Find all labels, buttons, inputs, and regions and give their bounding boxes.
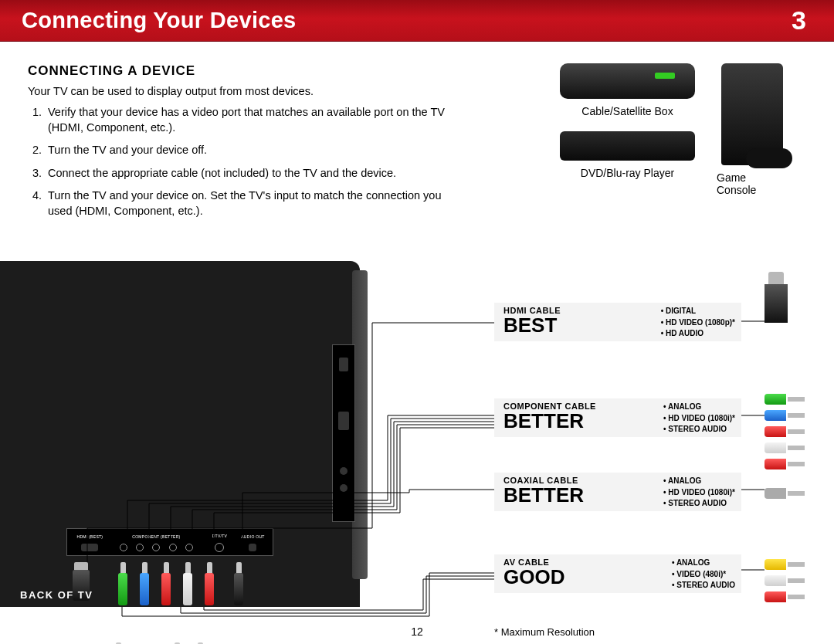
hdmi-port-icon <box>81 544 98 551</box>
step-item: Connect the appropriate cable (not inclu… <box>45 166 456 181</box>
setup-steps-list: Verify that your device has a video port… <box>28 105 456 219</box>
port-label: COMPONENT (BETTER) <box>111 534 202 539</box>
step-item: Turn the TV and your device on. Set the … <box>45 188 456 219</box>
port-label: HDMI (BEST) <box>72 534 108 539</box>
bluray-illustration <box>560 131 695 161</box>
cable-row-hdmi: HDMI CABLE BEST DIGITAL HD VIDEO (1080p)… <box>494 303 741 341</box>
coax-port-icon <box>215 543 224 552</box>
tv-bottom-port-panel: HDMI (BEST) COMPONENT (BETTER) DTV/TV AU… <box>66 528 273 556</box>
hdmi-plug-icon <box>76 562 86 608</box>
rca-plug-green-icon <box>117 562 128 608</box>
device-label: DVD/Blu-ray Player <box>560 167 695 179</box>
rca-plug-red-icon <box>204 562 215 608</box>
cable-specs: ANALOG HD VIDEO (1080i)* STEREO AUDIO <box>663 476 735 510</box>
back-of-tv-label: BACK OF TV <box>20 589 93 601</box>
step-item: Verify that your device has a video port… <box>45 105 456 135</box>
av-connectors-icon <box>764 558 811 606</box>
cable-specs: DIGITAL HD VIDEO (1080p)* HD AUDIO <box>661 306 735 340</box>
console-illustration <box>721 63 783 165</box>
resolution-footnote: * Maximum Resolution <box>494 626 595 638</box>
cable-row-av: AV CABLE GOOD ANALOG VIDEO (480i)* STERE… <box>494 554 741 593</box>
tv-side-port-panel <box>332 344 355 522</box>
chapter-number: 3 <box>792 5 806 36</box>
chapter-title: Connecting Your Devices <box>22 8 297 33</box>
cable-box-illustration <box>560 63 695 99</box>
port-label: AUDIO OUT <box>238 534 268 539</box>
coax-plug-icon <box>233 562 244 608</box>
cable-row-component: COMPONENT CABLE BETTER ANALOG HD VIDEO (… <box>494 398 741 437</box>
device-cable-box: Cable/Satellite Box <box>560 63 695 117</box>
cable-specs: ANALOG VIDEO (480i)* STEREO AUDIO <box>672 558 735 591</box>
tv-back-illustration: HDMI (BEST) COMPONENT (BETTER) DTV/TV AU… <box>0 261 360 607</box>
device-label: Cable/Satellite Box <box>560 105 695 117</box>
device-console: Game Console <box>717 63 788 196</box>
component-connectors-icon <box>764 392 811 473</box>
cable-specs: ANALOG HD VIDEO (1080i)* STEREO AUDIO <box>663 402 735 436</box>
audio-out-port-icon <box>340 484 348 492</box>
component-port-icon <box>152 544 160 551</box>
component-port-icon <box>120 544 127 551</box>
hdmi-port-icon <box>338 412 349 430</box>
rca-plug-blue-icon <box>139 562 150 608</box>
usb-port-icon <box>339 358 348 371</box>
optical-port-icon <box>249 544 256 551</box>
audio-port-icon <box>169 544 177 551</box>
step-item: Turn the TV and your device off. <box>45 143 456 158</box>
device-label: Game Console <box>717 171 788 196</box>
port-label: DTV/TV <box>205 534 235 538</box>
rca-plug-red-icon <box>161 562 171 608</box>
hdmi-connector-icon <box>764 284 811 323</box>
chapter-header-bar: Connecting Your Devices 3 <box>0 0 834 42</box>
device-gallery: Cable/Satellite Box DVD/Blu-ray Player G… <box>560 63 788 196</box>
rca-plug-white-icon <box>182 562 193 608</box>
audio-port-icon <box>185 544 193 551</box>
component-port-icon <box>136 544 144 551</box>
device-bluray: DVD/Blu-ray Player <box>560 131 695 179</box>
connection-diagram: HDMI (BEST) COMPONENT (BETTER) DTV/TV AU… <box>0 261 834 632</box>
page-number: 12 <box>411 625 423 638</box>
coax-connector-icon <box>764 486 811 503</box>
audio-out-port-icon <box>340 467 348 475</box>
cable-row-coaxial: COAXIAL CABLE BETTER ANALOG HD VIDEO (10… <box>494 473 741 511</box>
page-content: CONNECTING A DEVICE Your TV can be used … <box>0 42 834 219</box>
